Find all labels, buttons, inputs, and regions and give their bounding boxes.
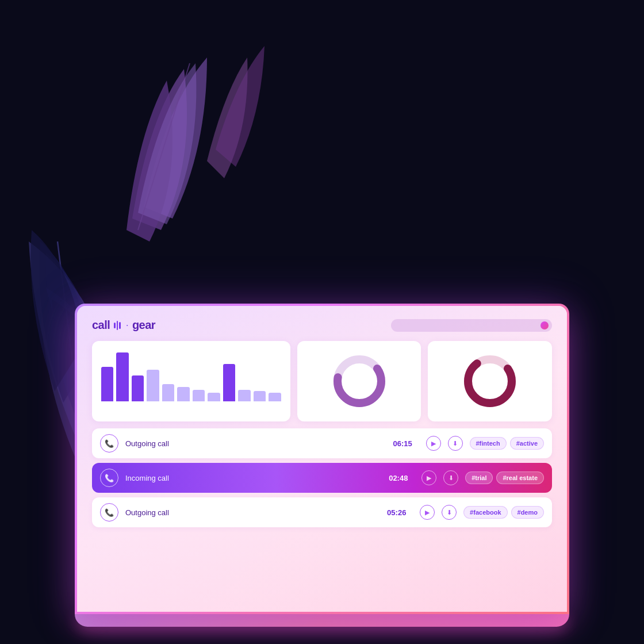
- call-duration: 05:26: [387, 508, 413, 517]
- bar: [162, 384, 174, 401]
- play-button[interactable]: ▶: [426, 436, 441, 451]
- svg-point-4: [346, 367, 373, 395]
- wave-bar-1: [114, 323, 116, 328]
- call-row: 📞Outgoing call06:15▶⬇#fintech#active: [92, 428, 552, 458]
- call-duration: 06:15: [393, 439, 419, 448]
- download-button[interactable]: ⬇: [442, 505, 457, 520]
- laptop-screen-outer: call · gear: [75, 304, 569, 614]
- bar: [223, 364, 235, 401]
- bar-chart-card: [92, 341, 290, 421]
- call-label: Outgoing call: [125, 439, 386, 448]
- tags-group: #trial#real estate: [465, 471, 544, 484]
- call-duration: 02:48: [389, 474, 415, 482]
- bar: [238, 390, 250, 401]
- logo-dot-separator: ·: [126, 319, 129, 331]
- bar-chart: [101, 349, 281, 404]
- bar: [177, 387, 189, 401]
- call-type-icon: 📞: [100, 503, 118, 522]
- call-rows: 📞Outgoing call06:15▶⬇#fintech#active📞Inc…: [92, 428, 552, 527]
- wave-bar-2: [117, 321, 118, 330]
- call-tag[interactable]: #trial: [465, 471, 493, 484]
- call-row: 📞Outgoing call05:26▶⬇#facebook#demo: [92, 497, 552, 527]
- search-button[interactable]: [540, 321, 549, 329]
- bar: [269, 393, 281, 401]
- call-tag[interactable]: #active: [510, 437, 544, 450]
- scene: call · gear: [0, 0, 644, 644]
- svg-point-7: [476, 367, 504, 395]
- call-label: Incoming call: [125, 474, 382, 482]
- call-tag[interactable]: #fintech: [470, 437, 507, 450]
- logo-bar: call · gear: [92, 319, 552, 332]
- donut-svg-2: [461, 352, 519, 410]
- screen-content: call · gear: [77, 306, 567, 612]
- wave-bar-3: [119, 322, 121, 329]
- logo-text-right: gear: [132, 319, 155, 332]
- bar: [147, 370, 159, 401]
- play-button[interactable]: ▶: [420, 505, 435, 520]
- bar: [116, 352, 128, 401]
- call-row: 📞Incoming call02:48▶⬇#trial#real estate: [92, 463, 552, 493]
- play-button[interactable]: ▶: [421, 470, 436, 485]
- bar: [101, 367, 113, 401]
- laptop: call · gear: [75, 304, 569, 627]
- tags-group: #fintech#active: [470, 437, 545, 450]
- bar: [132, 375, 144, 401]
- donut-chart-2: [428, 341, 552, 421]
- download-button[interactable]: ⬇: [448, 436, 463, 451]
- logo-text-left: call: [92, 319, 110, 332]
- laptop-screen-inner: call · gear: [77, 306, 567, 612]
- call-tag[interactable]: #facebook: [463, 506, 507, 519]
- app-logo: call · gear: [92, 319, 155, 332]
- donut-chart-1: [297, 341, 421, 421]
- laptop-stand: [75, 614, 569, 627]
- svg-line-1: [138, 63, 190, 230]
- bar: [208, 393, 220, 401]
- donut-svg-1: [331, 352, 388, 410]
- call-type-icon: 📞: [100, 434, 118, 453]
- call-type-icon: 📞: [100, 469, 118, 487]
- search-bar[interactable]: [391, 319, 552, 332]
- call-label: Outgoing call: [125, 508, 380, 517]
- logo-wave: [114, 321, 121, 330]
- laptop-bottom-slab: [75, 614, 569, 627]
- call-tag[interactable]: #demo: [511, 506, 544, 519]
- bar: [193, 390, 205, 401]
- tags-group: #facebook#demo: [463, 506, 544, 519]
- bar: [254, 391, 266, 401]
- call-tag[interactable]: #real estate: [496, 471, 544, 484]
- download-button[interactable]: ⬇: [443, 470, 458, 485]
- charts-row: [92, 341, 552, 421]
- laptop-body: call · gear: [75, 304, 569, 627]
